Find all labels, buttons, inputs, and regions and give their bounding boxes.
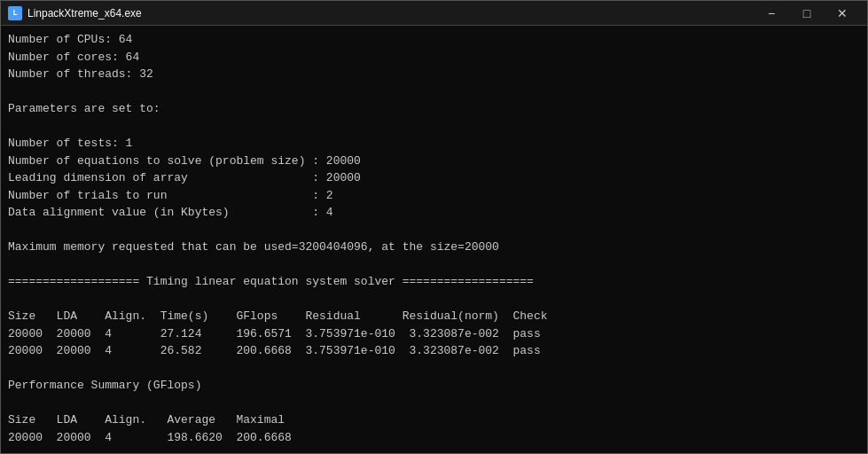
application-window: L LinpackXtreme_x64.exe − □ ✕ Number of … — [0, 0, 868, 454]
window-title: LinpackXtreme_x64.exe — [27, 7, 754, 20]
app-icon: L — [8, 6, 22, 20]
maximize-button[interactable]: □ — [789, 1, 825, 26]
close-button[interactable]: ✕ — [825, 1, 860, 26]
minimize-button[interactable]: − — [754, 1, 789, 26]
window-controls: − □ ✕ — [754, 1, 860, 26]
titlebar: L LinpackXtreme_x64.exe − □ ✕ — [1, 1, 867, 26]
console-output: Number of CPUs: 64 Number of cores: 64 N… — [1, 26, 867, 453]
